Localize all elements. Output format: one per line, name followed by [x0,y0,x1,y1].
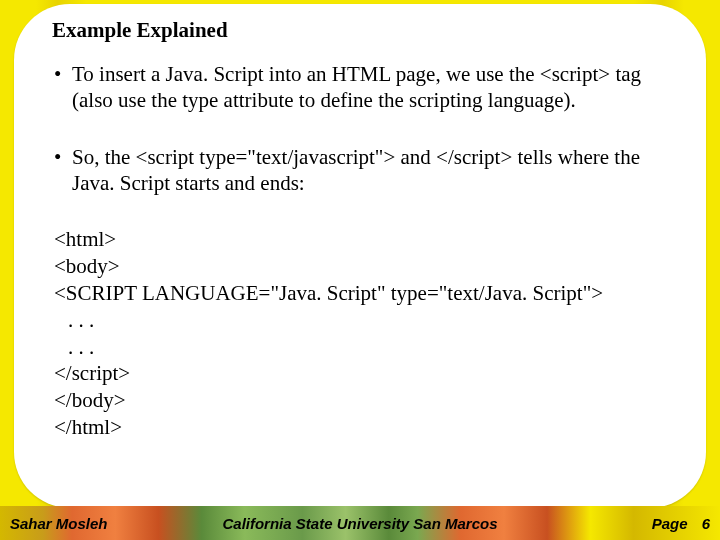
bullet-dot: • [54,144,72,197]
code-line: . . . [54,334,666,361]
code-line: </html> [54,414,666,441]
code-example: <html> <body> <SCRIPT LANGUAGE="Java. Sc… [54,226,666,441]
code-line: . . . [54,307,666,334]
code-line: </script> [54,360,666,387]
bullet-item: • So, the <script type="text/javascript"… [54,144,666,197]
slide-card: Example Explained • To insert a Java. Sc… [14,4,706,508]
code-line: <html> [54,226,666,253]
bullet-text: So, the <script type="text/javascript"> … [72,144,666,197]
code-line: <body> [54,253,666,280]
bullet-item: • To insert a Java. Script into an HTML … [54,61,666,114]
slide-title: Example Explained [52,18,666,43]
page-label: Page [652,515,688,532]
footer-institution: California State University San Marcos [222,515,497,532]
bullet-text: To insert a Java. Script into an HTML pa… [72,61,666,114]
code-line: </body> [54,387,666,414]
code-line: <SCRIPT LANGUAGE="Java. Script" type="te… [54,280,666,307]
bullet-dot: • [54,61,72,114]
slide-footer: Sahar Mosleh California State University… [0,506,720,540]
page-number: 6 [702,515,710,532]
footer-page: Page 6 [652,515,710,532]
footer-author: Sahar Mosleh [10,515,108,532]
